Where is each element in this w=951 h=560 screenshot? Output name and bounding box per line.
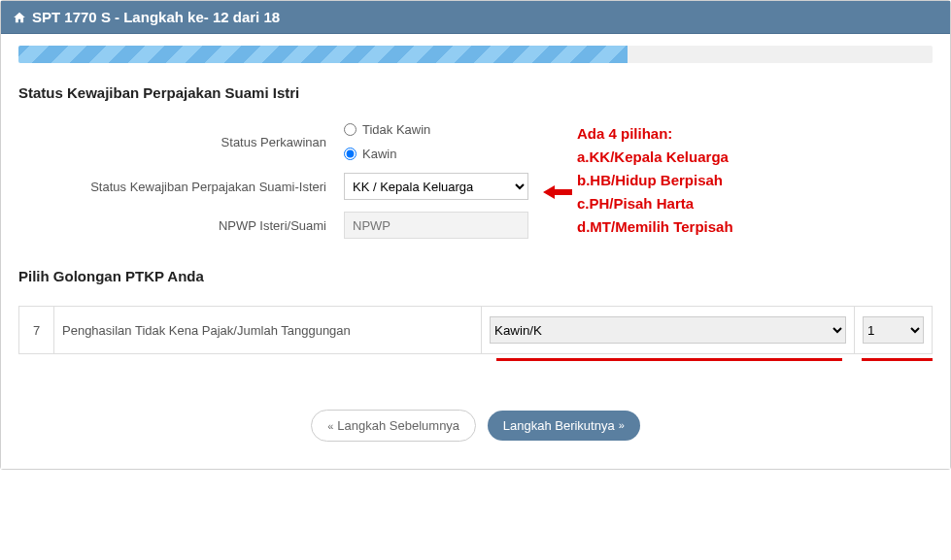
annotation-underline: [18, 358, 933, 361]
cell-golongan: Kawin/K: [482, 307, 855, 354]
wizard-panel: SPT 1770 S - Langkah ke- 12 dari 18 Stat…: [0, 0, 951, 470]
radio-group-status-perkawinan: Tidak Kawin Kawin: [344, 122, 538, 161]
form-area-marital: Status Perkawinan Tidak Kawin Kawin: [18, 122, 933, 239]
cell-row-desc: Penghasilan Tidak Kena Pajak/Jumlah Tang…: [54, 307, 482, 354]
annotation-underline-1: [496, 358, 842, 361]
radio-kawin[interactable]: Kawin: [344, 147, 538, 161]
select-jumlah-tanggungan[interactable]: 1: [863, 316, 924, 344]
label-npwp: NPWP Isteri/Suami: [18, 218, 344, 233]
ptkp-table: 7 Penghasilan Tidak Kena Pajak/Jumlah Ta…: [18, 306, 933, 354]
cell-row-number: 7: [19, 307, 54, 354]
label-status-kewajiban: Status Kewajiban Perpajakan Suami-Isteri: [18, 180, 344, 194]
chevron-left-icon: «: [327, 420, 333, 432]
nav-buttons: « Langkah Sebelumnya Langkah Berikutnya …: [18, 400, 933, 451]
section-title-ptkp: Pilih Golongan PTKP Anda: [18, 268, 933, 284]
radio-label-kawin: Kawin: [362, 147, 396, 161]
label-status-perkawinan: Status Perkawinan: [18, 135, 344, 149]
panel-title: SPT 1770 S - Langkah ke- 12 dari 18: [32, 9, 280, 25]
chevron-right-icon: »: [619, 419, 625, 431]
select-status-kewajiban[interactable]: KK / Kepala Keluarga: [344, 173, 528, 200]
progress-bar: [18, 46, 933, 63]
select-golongan-ptkp[interactable]: Kawin/K: [490, 316, 846, 344]
radio-input-tidak-kawin[interactable]: [344, 123, 357, 136]
panel-body: Status Kewajiban Perpajakan Suami Istri …: [1, 34, 950, 469]
input-npwp: [344, 212, 528, 239]
prev-step-label: Langkah Sebelumnya: [337, 418, 459, 433]
table-row: 7 Penghasilan Tidak Kena Pajak/Jumlah Ta…: [19, 307, 933, 354]
next-step-button[interactable]: Langkah Berikutnya »: [488, 411, 640, 441]
panel-header: SPT 1770 S - Langkah ke- 12 dari 18: [1, 1, 950, 34]
radio-tidak-kawin[interactable]: Tidak Kawin: [344, 122, 538, 137]
radio-input-kawin[interactable]: [344, 148, 357, 160]
prev-step-button[interactable]: « Langkah Sebelumnya: [311, 410, 476, 442]
row-npwp: NPWP Isteri/Suami: [18, 212, 933, 239]
next-step-label: Langkah Berikutnya: [503, 418, 615, 433]
section-title-marital: Status Kewajiban Perpajakan Suami Istri: [18, 84, 933, 101]
home-icon: [13, 11, 26, 24]
annotation-underline-2: [862, 358, 933, 361]
progress-fill: [18, 46, 628, 63]
radio-label-tidak-kawin: Tidak Kawin: [362, 122, 430, 137]
row-status-perkawinan: Status Perkawinan Tidak Kawin Kawin: [18, 122, 933, 161]
row-status-kewajiban: Status Kewajiban Perpajakan Suami-Isteri…: [18, 173, 933, 200]
cell-tanggungan: 1: [855, 307, 933, 354]
